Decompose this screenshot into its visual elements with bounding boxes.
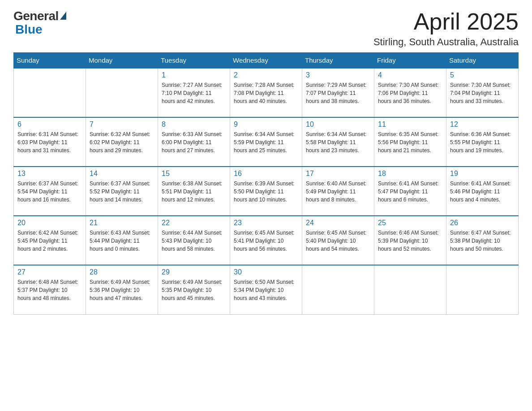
day-info: Sunrise: 6:41 AM Sunset: 5:46 PM Dayligh… <box>450 180 515 204</box>
day-number: 13 <box>17 170 82 178</box>
calendar-cell <box>86 68 158 117</box>
week-row-3: 13Sunrise: 6:37 AM Sunset: 5:54 PM Dayli… <box>14 167 519 216</box>
calendar-cell: 13Sunrise: 6:37 AM Sunset: 5:54 PM Dayli… <box>14 167 86 216</box>
calendar-cell: 17Sunrise: 6:40 AM Sunset: 5:49 PM Dayli… <box>302 167 374 216</box>
day-info: Sunrise: 6:45 AM Sunset: 5:40 PM Dayligh… <box>306 229 370 253</box>
day-number: 15 <box>162 170 226 178</box>
day-info: Sunrise: 7:27 AM Sunset: 7:10 PM Dayligh… <box>162 81 226 105</box>
calendar-cell: 22Sunrise: 6:44 AM Sunset: 5:43 PM Dayli… <box>158 216 230 265</box>
calendar-cell: 11Sunrise: 6:35 AM Sunset: 5:56 PM Dayli… <box>374 117 446 167</box>
calendar-header-saturday: Saturday <box>446 53 519 68</box>
day-info: Sunrise: 6:31 AM Sunset: 6:03 PM Dayligh… <box>17 130 82 154</box>
day-number: 23 <box>234 219 298 227</box>
month-title: April 2025 <box>373 9 519 34</box>
day-info: Sunrise: 6:42 AM Sunset: 5:45 PM Dayligh… <box>17 229 82 253</box>
week-row-5: 27Sunrise: 6:48 AM Sunset: 5:37 PM Dayli… <box>14 265 519 314</box>
calendar-cell: 23Sunrise: 6:45 AM Sunset: 5:41 PM Dayli… <box>230 216 302 265</box>
day-number: 12 <box>450 120 515 128</box>
day-number: 21 <box>90 219 154 227</box>
day-info: Sunrise: 6:32 AM Sunset: 6:02 PM Dayligh… <box>90 130 154 154</box>
calendar-cell <box>374 265 446 314</box>
calendar-cell: 14Sunrise: 6:37 AM Sunset: 5:52 PM Dayli… <box>86 167 158 216</box>
day-number: 10 <box>306 120 370 128</box>
day-number: 5 <box>450 71 515 79</box>
calendar-cell: 30Sunrise: 6:50 AM Sunset: 5:34 PM Dayli… <box>230 265 302 314</box>
calendar-header-friday: Friday <box>374 53 446 68</box>
day-info: Sunrise: 6:50 AM Sunset: 5:34 PM Dayligh… <box>234 278 298 302</box>
day-number: 18 <box>378 170 442 178</box>
day-number: 29 <box>162 268 226 276</box>
day-info: Sunrise: 6:40 AM Sunset: 5:49 PM Dayligh… <box>306 180 370 204</box>
day-info: Sunrise: 6:41 AM Sunset: 5:47 PM Dayligh… <box>378 180 442 204</box>
logo-general-text: General <box>13 9 59 23</box>
day-info: Sunrise: 6:38 AM Sunset: 5:51 PM Dayligh… <box>162 180 226 204</box>
week-row-4: 20Sunrise: 6:42 AM Sunset: 5:45 PM Dayli… <box>14 216 519 265</box>
day-info: Sunrise: 6:37 AM Sunset: 5:52 PM Dayligh… <box>90 180 154 204</box>
day-info: Sunrise: 6:49 AM Sunset: 5:36 PM Dayligh… <box>90 278 154 302</box>
calendar-cell: 6Sunrise: 6:31 AM Sunset: 6:03 PM Daylig… <box>14 117 86 167</box>
calendar-cell: 26Sunrise: 6:47 AM Sunset: 5:38 PM Dayli… <box>446 216 519 265</box>
day-number: 7 <box>90 120 154 128</box>
day-info: Sunrise: 6:33 AM Sunset: 6:00 PM Dayligh… <box>162 130 226 154</box>
calendar-cell: 5Sunrise: 7:30 AM Sunset: 7:04 PM Daylig… <box>446 68 519 117</box>
location-title: Stirling, South Australia, Australia <box>373 36 519 48</box>
day-number: 25 <box>378 219 442 227</box>
calendar-cell: 28Sunrise: 6:49 AM Sunset: 5:36 PM Dayli… <box>86 265 158 314</box>
week-row-2: 6Sunrise: 6:31 AM Sunset: 6:03 PM Daylig… <box>14 117 519 167</box>
calendar-cell: 20Sunrise: 6:42 AM Sunset: 5:45 PM Dayli… <box>14 216 86 265</box>
day-info: Sunrise: 6:43 AM Sunset: 5:44 PM Dayligh… <box>90 229 154 253</box>
logo-triangle-icon <box>60 12 66 20</box>
calendar-cell: 24Sunrise: 6:45 AM Sunset: 5:40 PM Dayli… <box>302 216 374 265</box>
day-number: 19 <box>450 170 515 178</box>
logo: General Blue <box>13 9 66 37</box>
day-info: Sunrise: 6:35 AM Sunset: 5:56 PM Dayligh… <box>378 130 442 154</box>
day-info: Sunrise: 7:30 AM Sunset: 7:04 PM Dayligh… <box>450 81 515 105</box>
day-info: Sunrise: 6:37 AM Sunset: 5:54 PM Dayligh… <box>17 180 82 204</box>
day-info: Sunrise: 6:45 AM Sunset: 5:41 PM Dayligh… <box>234 229 298 253</box>
calendar-cell: 18Sunrise: 6:41 AM Sunset: 5:47 PM Dayli… <box>374 167 446 216</box>
day-number: 30 <box>234 268 298 276</box>
day-number: 9 <box>234 120 298 128</box>
calendar-cell: 21Sunrise: 6:43 AM Sunset: 5:44 PM Dayli… <box>86 216 158 265</box>
calendar-header-thursday: Thursday <box>302 53 374 68</box>
day-info: Sunrise: 7:30 AM Sunset: 7:06 PM Dayligh… <box>378 81 442 105</box>
day-number: 1 <box>162 71 226 79</box>
day-info: Sunrise: 6:49 AM Sunset: 5:35 PM Dayligh… <box>162 278 226 302</box>
day-info: Sunrise: 6:48 AM Sunset: 5:37 PM Dayligh… <box>17 278 82 302</box>
calendar-cell <box>14 68 86 117</box>
day-number: 16 <box>234 170 298 178</box>
calendar-cell: 27Sunrise: 6:48 AM Sunset: 5:37 PM Dayli… <box>14 265 86 314</box>
calendar-cell: 10Sunrise: 6:34 AM Sunset: 5:58 PM Dayli… <box>302 117 374 167</box>
calendar-table: SundayMondayTuesdayWednesdayThursdayFrid… <box>13 52 519 315</box>
calendar-cell: 12Sunrise: 6:36 AM Sunset: 5:55 PM Dayli… <box>446 117 519 167</box>
day-number: 4 <box>378 71 442 79</box>
day-info: Sunrise: 6:34 AM Sunset: 5:58 PM Dayligh… <box>306 130 370 154</box>
day-number: 17 <box>306 170 370 178</box>
calendar-cell: 25Sunrise: 6:46 AM Sunset: 5:39 PM Dayli… <box>374 216 446 265</box>
week-row-1: 1Sunrise: 7:27 AM Sunset: 7:10 PM Daylig… <box>14 68 519 117</box>
calendar-cell: 3Sunrise: 7:29 AM Sunset: 7:07 PM Daylig… <box>302 68 374 117</box>
calendar-cell: 9Sunrise: 6:34 AM Sunset: 5:59 PM Daylig… <box>230 117 302 167</box>
calendar-cell: 16Sunrise: 6:39 AM Sunset: 5:50 PM Dayli… <box>230 167 302 216</box>
calendar-header-row: SundayMondayTuesdayWednesdayThursdayFrid… <box>14 53 519 68</box>
day-number: 20 <box>17 219 82 227</box>
calendar-cell: 7Sunrise: 6:32 AM Sunset: 6:02 PM Daylig… <box>86 117 158 167</box>
calendar-header-wednesday: Wednesday <box>230 53 302 68</box>
calendar-header-sunday: Sunday <box>14 53 86 68</box>
day-info: Sunrise: 7:28 AM Sunset: 7:08 PM Dayligh… <box>234 81 298 105</box>
day-info: Sunrise: 6:46 AM Sunset: 5:39 PM Dayligh… <box>378 229 442 253</box>
day-info: Sunrise: 6:34 AM Sunset: 5:59 PM Dayligh… <box>234 130 298 154</box>
calendar-cell <box>302 265 374 314</box>
day-number: 2 <box>234 71 298 79</box>
day-number: 14 <box>90 170 154 178</box>
day-info: Sunrise: 6:44 AM Sunset: 5:43 PM Dayligh… <box>162 229 226 253</box>
day-info: Sunrise: 6:47 AM Sunset: 5:38 PM Dayligh… <box>450 229 515 253</box>
calendar-cell: 1Sunrise: 7:27 AM Sunset: 7:10 PM Daylig… <box>158 68 230 117</box>
day-number: 22 <box>162 219 226 227</box>
calendar-cell: 2Sunrise: 7:28 AM Sunset: 7:08 PM Daylig… <box>230 68 302 117</box>
day-info: Sunrise: 7:29 AM Sunset: 7:07 PM Dayligh… <box>306 81 370 105</box>
calendar-cell: 29Sunrise: 6:49 AM Sunset: 5:35 PM Dayli… <box>158 265 230 314</box>
page-header: General Blue April 2025 Stirling, South … <box>13 9 519 48</box>
logo-blue-text: Blue <box>13 22 43 37</box>
day-info: Sunrise: 6:39 AM Sunset: 5:50 PM Dayligh… <box>234 180 298 204</box>
